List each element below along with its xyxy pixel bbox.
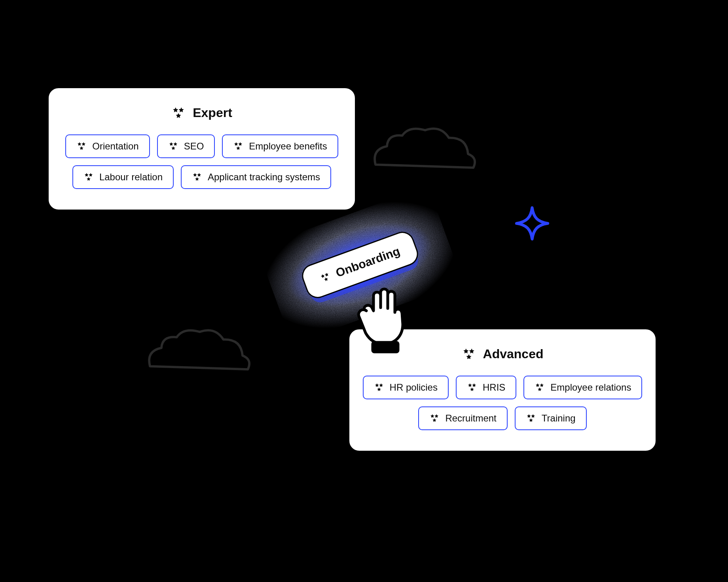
stars-icon [76, 141, 87, 151]
chip-orientation[interactable]: Orientation [65, 134, 150, 158]
chip-employee-benefits[interactable]: Employee benefits [222, 134, 338, 158]
stars-icon [319, 271, 332, 284]
chip-label: Applicant tracking systems [208, 172, 320, 183]
chip-label: Orientation [92, 141, 138, 152]
svg-rect-2 [373, 342, 398, 352]
stars-icon [535, 382, 545, 393]
sparkle-icon [514, 206, 550, 241]
stars-icon [462, 347, 476, 361]
chip-ats[interactable]: Applicant tracking systems [181, 165, 331, 189]
chip-label: Employee benefits [249, 141, 327, 152]
advanced-title: Advanced [462, 347, 544, 361]
chip-label: HRIS [483, 382, 505, 393]
stars-icon [429, 413, 440, 423]
stars-icon [83, 172, 94, 182]
chip-training[interactable]: Training [515, 406, 587, 430]
chip-label: Labour relation [99, 172, 163, 183]
expert-title: Expert [171, 106, 232, 120]
stars-icon [168, 141, 178, 151]
advanced-title-text: Advanced [483, 347, 544, 361]
chip-label: HR policies [390, 382, 438, 393]
chip-label: SEO [184, 141, 204, 152]
chip-employee-relations[interactable]: Employee relations [523, 376, 642, 399]
chip-label: Training [542, 413, 576, 424]
chip-seo[interactable]: SEO [157, 134, 215, 158]
stars-icon [526, 413, 536, 423]
cloud-icon [138, 324, 253, 378]
chip-recruitment[interactable]: Recruitment [418, 406, 507, 430]
chip-hr-policies[interactable]: HR policies [363, 376, 449, 399]
expert-title-text: Expert [193, 106, 232, 120]
chip-label: Employee relations [550, 382, 631, 393]
chip-labour-relation[interactable]: Labour relation [72, 165, 174, 189]
chip-label: Recruitment [445, 413, 496, 424]
stars-icon [467, 382, 477, 393]
cloud-icon [364, 123, 479, 176]
stars-icon [233, 141, 243, 151]
stars-icon [171, 106, 186, 120]
grab-hand-icon [348, 273, 415, 356]
chip-hris[interactable]: HRIS [456, 376, 516, 399]
expert-panel: Expert Orientation SEO Employee benefits [47, 87, 356, 211]
stars-icon [192, 172, 202, 182]
stars-icon [374, 382, 384, 393]
